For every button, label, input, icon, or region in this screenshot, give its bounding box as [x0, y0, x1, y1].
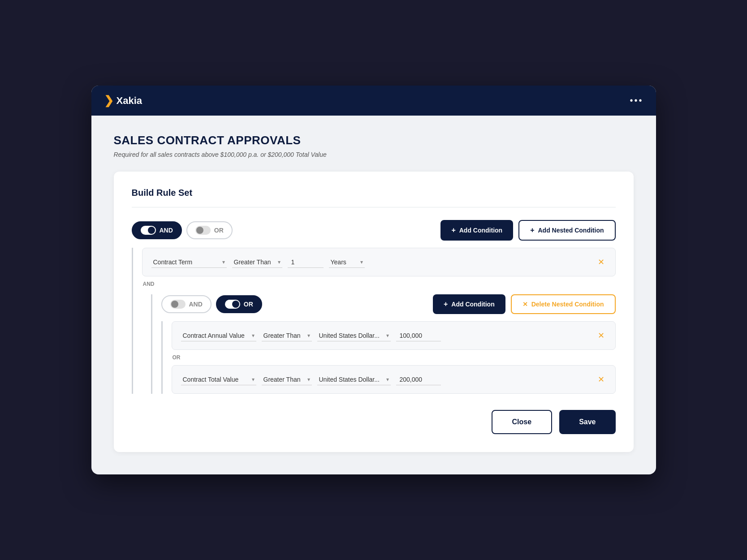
- operator-select-2[interactable]: Greater Than Less Than Equal To: [262, 330, 312, 341]
- delete-condition-2-button[interactable]: ✕: [596, 329, 606, 342]
- field-select-wrapper-1: Contract Term Contract Annual Value Cont…: [151, 257, 227, 268]
- outer-and-toggle[interactable]: AND: [132, 221, 182, 239]
- delete-nested-label: Delete Nested Condition: [531, 301, 604, 308]
- nested-plus-icon: +: [530, 226, 534, 234]
- outer-and-label: AND: [160, 227, 173, 234]
- outer-toolbar-right: + Add Condition + Add Nested Condition: [440, 220, 615, 241]
- field-select-1[interactable]: Contract Term Contract Annual Value Cont…: [151, 257, 227, 268]
- outer-or-toggle[interactable]: OR: [186, 221, 233, 239]
- inner-plus-icon: +: [444, 300, 448, 308]
- operator-select-wrapper-1: Greater Than Less Than Equal To: [232, 257, 282, 268]
- delete-condition-3-button[interactable]: ✕: [596, 373, 606, 386]
- currency-select-3[interactable]: United States Dollar... Euro British Pou…: [317, 374, 391, 385]
- inner-and-knob: [171, 301, 178, 308]
- page-subtitle: Required for all sales contracts above $…: [114, 151, 634, 158]
- add-condition-inner-label: Add Condition: [451, 301, 494, 308]
- inner-toolbar-right: + Add Condition ✕ Delete Nested Conditio…: [433, 294, 616, 314]
- outer-toolbar: AND OR + Add Condition +: [132, 220, 616, 241]
- inner-connector-label: OR: [172, 354, 616, 361]
- value-input-3[interactable]: [396, 374, 441, 385]
- table-row: Contract Annual Value Contract Term Cont…: [172, 321, 616, 350]
- currency-select-wrapper-2: United States Dollar... Euro British Pou…: [317, 330, 391, 341]
- inner-and-switch: [170, 300, 186, 309]
- delete-nested-x-icon: ✕: [522, 301, 528, 308]
- page-content: SALES CONTRACT APPROVALS Required for al…: [91, 116, 656, 474]
- field-select-3[interactable]: Contract Total Value Contract Term Contr…: [181, 374, 256, 385]
- outer-or-knob: [196, 227, 203, 234]
- inner-and-label: AND: [189, 301, 203, 308]
- outer-or-switch: [195, 226, 211, 235]
- add-condition-outer-label: Add Condition: [459, 227, 502, 234]
- outer-and-switch: [141, 226, 156, 235]
- logo-chevron-icon: ❯: [104, 94, 114, 108]
- rule-set-card: Build Rule Set AND OR: [114, 172, 634, 452]
- unit-select-wrapper-1: Years Months Days: [329, 257, 365, 268]
- field-select-wrapper-3: Contract Total Value Contract Term Contr…: [181, 374, 256, 385]
- operator-select-wrapper-3: Greater Than Less Than Equal To: [262, 374, 312, 385]
- operator-select-1[interactable]: Greater Than Less Than Equal To: [232, 257, 282, 268]
- delete-condition-1-button[interactable]: ✕: [596, 255, 606, 269]
- field-select-2[interactable]: Contract Annual Value Contract Term Cont…: [181, 330, 256, 341]
- outer-rule-set: Contract Term Contract Annual Value Cont…: [132, 248, 616, 394]
- add-condition-outer-button[interactable]: + Add Condition: [440, 220, 513, 241]
- table-row: Contract Total Value Contract Term Contr…: [172, 365, 616, 394]
- inner-or-knob: [232, 301, 239, 308]
- save-button[interactable]: Save: [559, 410, 615, 434]
- table-row: Contract Term Contract Annual Value Cont…: [142, 248, 616, 276]
- inner-or-toggle[interactable]: OR: [216, 295, 262, 313]
- main-window: ❯ Xakia ••• SALES CONTRACT APPROVALS Req…: [91, 86, 656, 474]
- currency-select-wrapper-3: United States Dollar... Euro British Pou…: [317, 374, 391, 385]
- value-input-1[interactable]: [288, 257, 324, 268]
- outer-toggle-group: AND OR: [132, 221, 233, 239]
- inner-rule-set: Contract Annual Value Contract Term Cont…: [161, 321, 616, 394]
- unit-select-1[interactable]: Years Months Days: [329, 257, 365, 268]
- titlebar: ❯ Xakia •••: [91, 86, 656, 116]
- logo-text: Xakia: [117, 95, 142, 107]
- add-condition-inner-button[interactable]: + Add Condition: [433, 294, 505, 314]
- currency-select-2[interactable]: United States Dollar... Euro British Pou…: [317, 330, 391, 341]
- bottom-actions: Close Save: [132, 410, 616, 434]
- inner-toggle-group: AND OR: [161, 295, 262, 313]
- outer-or-label: OR: [214, 227, 224, 234]
- inner-or-switch: [225, 300, 240, 309]
- close-button[interactable]: Close: [492, 410, 553, 434]
- card-title: Build Rule Set: [132, 188, 616, 198]
- titlebar-menu-icon[interactable]: •••: [630, 95, 643, 106]
- plus-icon: +: [451, 226, 455, 234]
- inner-and-toggle[interactable]: AND: [161, 295, 212, 313]
- divider: [132, 207, 616, 207]
- page-title: SALES CONTRACT APPROVALS: [114, 134, 634, 147]
- inner-toolbar: AND OR + Add: [161, 294, 616, 314]
- add-nested-condition-button[interactable]: + Add Nested Condition: [518, 220, 615, 241]
- outer-and-knob: [148, 227, 155, 234]
- value-input-2[interactable]: [396, 330, 441, 341]
- operator-select-3[interactable]: Greater Than Less Than Equal To: [262, 374, 312, 385]
- field-select-wrapper-2: Contract Annual Value Contract Term Cont…: [181, 330, 256, 341]
- delete-nested-condition-button[interactable]: ✕ Delete Nested Condition: [511, 294, 616, 314]
- logo: ❯ Xakia: [104, 94, 142, 108]
- operator-select-wrapper-2: Greater Than Less Than Equal To: [262, 330, 312, 341]
- inner-or-label: OR: [244, 301, 253, 308]
- outer-connector-label: AND: [142, 281, 616, 287]
- add-nested-label: Add Nested Condition: [538, 227, 604, 234]
- nested-block: AND OR + Add: [151, 294, 616, 394]
